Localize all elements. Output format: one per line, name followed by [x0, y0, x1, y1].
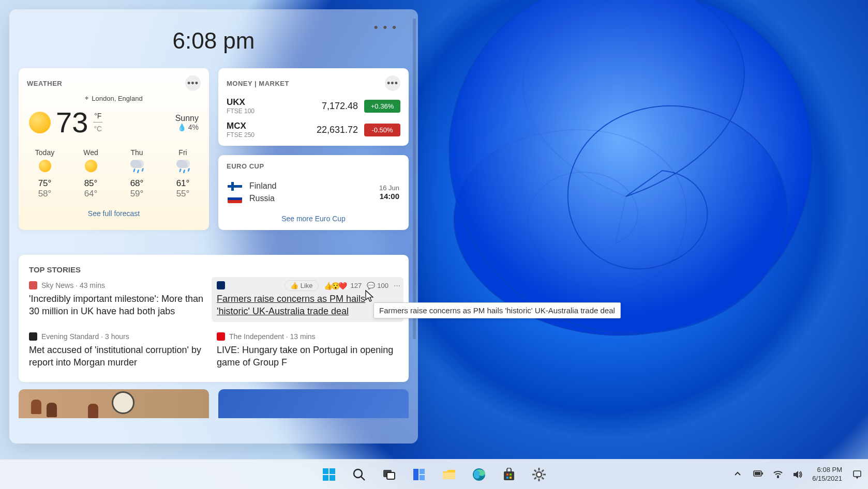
news-image-card[interactable]: [218, 389, 409, 418]
start-button[interactable]: [321, 467, 337, 482]
change-badge: +0.36%: [364, 100, 400, 113]
current-temperature: 73: [56, 105, 88, 139]
rain-icon: [130, 160, 144, 174]
search-button[interactable]: [351, 467, 367, 482]
temperature-units[interactable]: °F°C: [93, 111, 102, 134]
story-meta: The Independent · 13 mins: [217, 332, 398, 341]
story-more-button[interactable]: ⋯: [394, 282, 400, 289]
low-temp: 55°: [166, 189, 200, 199]
story-item[interactable]: Sky News · 43 mins 'Incredibly important…: [29, 281, 211, 318]
low-temp: 59°: [120, 189, 154, 199]
news-image-cards-row: [9, 382, 418, 418]
svg-rect-13: [504, 471, 514, 480]
story-headline: LIVE: Hungary take on Portugal in openin…: [217, 344, 398, 369]
story-headline: Met accused of 'institutional corruption…: [29, 344, 211, 369]
widgets-panel: • • • 6:08 pm WEATHER ••• ⌖ London, Engl…: [9, 9, 418, 444]
battery-icon[interactable]: [753, 470, 762, 479]
svg-rect-29: [762, 472, 763, 475]
money-title: MONEY | MARKET: [227, 80, 289, 87]
flag-finland-icon: [228, 182, 242, 191]
eurocup-widget[interactable]: EURO CUP Finland Russia 16 Jun14:00 See …: [218, 155, 409, 230]
comments-button[interactable]: 💬100: [367, 282, 388, 289]
comment-icon: 💬: [367, 282, 375, 289]
ticker-subtitle: FTSE 250: [227, 131, 255, 139]
high-temp: 61°: [166, 178, 200, 189]
weather-location: ⌖ London, England: [19, 94, 209, 102]
story-item[interactable]: Evening Standard · 3 hours Met accused o…: [29, 332, 211, 369]
source-icon: [29, 332, 37, 341]
story-meta: Evening Standard · 3 hours: [29, 332, 211, 341]
volume-icon[interactable]: [792, 470, 802, 479]
svg-point-4: [354, 469, 362, 478]
day-label: Wed: [74, 148, 108, 157]
svg-rect-0: [323, 468, 328, 474]
svg-rect-14: [506, 473, 508, 476]
taskbar-clock[interactable]: 6:08 PM 6/15/2021: [812, 466, 842, 483]
day-label: Thu: [120, 148, 154, 157]
svg-rect-28: [755, 472, 760, 475]
see-more-eurocup-link[interactable]: See more Euro Cup: [218, 209, 409, 225]
source-icon: [217, 281, 225, 289]
weather-condition: Sunny: [175, 114, 199, 123]
ticker-symbol: MCX: [227, 121, 255, 131]
widgets-button[interactable]: [411, 467, 427, 482]
svg-rect-16: [506, 477, 508, 479]
flag-russia-icon: [228, 194, 242, 203]
store-button[interactable]: [501, 467, 517, 482]
money-widget[interactable]: MONEY | MARKET ••• UKXFTSE 100 7,172.48 …: [218, 68, 409, 146]
change-badge: -0.50%: [364, 124, 400, 136]
low-temp: 58°: [28, 189, 62, 199]
ticker-subtitle: FTSE 100: [227, 108, 255, 115]
story-item[interactable]: The Independent · 13 mins LIVE: Hungary …: [217, 332, 398, 369]
see-full-forecast-link[interactable]: See full forecast: [19, 204, 209, 226]
panel-scrollbar[interactable]: [413, 19, 416, 339]
market-row[interactable]: MCXFTSE 250 22,631.72 -0.50%: [218, 118, 409, 142]
sun-icon: [84, 160, 98, 174]
source-name: Evening Standard: [41, 332, 99, 341]
high-temp: 75°: [28, 178, 62, 189]
story-time: 13 mins: [290, 332, 316, 341]
weather-precip: 💧4%: [175, 123, 199, 131]
svg-rect-10: [420, 475, 425, 480]
svg-rect-11: [443, 472, 455, 479]
story-headline: 'Incredibly important milestone': More t…: [29, 293, 211, 318]
svg-line-25: [534, 477, 536, 479]
story-time: 3 hours: [105, 332, 129, 341]
svg-rect-31: [854, 471, 861, 477]
edge-browser-button[interactable]: [471, 467, 487, 482]
like-button[interactable]: 👍Like: [285, 280, 319, 291]
sun-icon: [38, 160, 52, 174]
svg-rect-3: [330, 475, 335, 481]
svg-line-5: [361, 477, 365, 480]
eurocup-title: EURO CUP: [227, 162, 264, 170]
market-row[interactable]: UKXFTSE 100 7,172.48 +0.36%: [218, 94, 409, 118]
forecast-day[interactable]: Thu 68° 59°: [120, 148, 154, 199]
news-image-card[interactable]: [19, 389, 209, 418]
weather-widget[interactable]: WEATHER ••• ⌖ London, England 73 °F°C Su…: [19, 68, 209, 230]
source-name: Sky News: [41, 281, 73, 289]
svg-rect-1: [330, 468, 335, 474]
panel-more-button[interactable]: • • •: [374, 26, 397, 29]
weather-more-button[interactable]: •••: [185, 75, 201, 91]
forecast-day[interactable]: Wed 85° 64°: [74, 148, 108, 199]
settings-button[interactable]: [531, 467, 547, 482]
panel-clock: 6:08 pm: [9, 9, 418, 68]
tray-expand-icon[interactable]: [734, 470, 743, 479]
file-explorer-button[interactable]: [441, 467, 457, 482]
source-icon: [29, 281, 37, 289]
reaction-emojis-icon[interactable]: 👍😯❤️: [324, 282, 346, 290]
task-view-button[interactable]: [381, 467, 397, 482]
notifications-icon[interactable]: [852, 470, 862, 479]
forecast-day[interactable]: Fri 61° 55°: [166, 148, 200, 199]
ticker-value: 7,172.48: [322, 101, 358, 112]
forecast-day[interactable]: Today 75° 58°: [28, 148, 62, 199]
wifi-icon[interactable]: [773, 470, 782, 479]
svg-line-26: [542, 470, 544, 472]
team-row-russia: Russia: [228, 194, 276, 203]
thumbs-up-icon: 👍: [290, 282, 298, 289]
money-more-button[interactable]: •••: [385, 75, 400, 91]
ticker-value: 22,631.72: [317, 125, 358, 135]
svg-rect-15: [510, 473, 512, 476]
high-temp: 68°: [120, 178, 154, 189]
match-datetime: 16 Jun14:00: [379, 184, 399, 201]
